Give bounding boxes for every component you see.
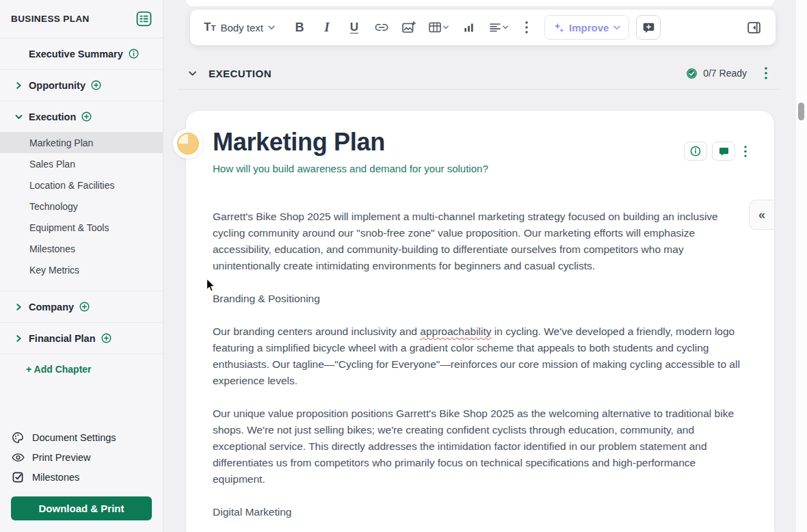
sidebar-item-location-facilities[interactable]: Location & Facilities [0,174,163,196]
add-comment-button[interactable] [636,15,661,40]
chevron-down-icon[interactable] [15,113,23,120]
add-section-icon[interactable] [91,80,101,90]
sidebar-item-financial-plan[interactable]: Financial Plan [0,322,163,354]
section-info-button[interactable] [684,142,707,161]
improve-label: Improve [569,22,609,34]
sidebar-item-key-metrics[interactable]: Key Metrics [0,259,163,280]
align-left-icon [490,23,501,32]
sidebar-item-label: Company [29,302,74,312]
sidebar: BUSINESS PLAN Executive Summary Opportun… [0,0,163,532]
kebab-menu-icon [765,67,767,79]
sidebar-item-execution[interactable]: Execution [0,101,163,132]
collapse-editor-panel-button[interactable] [741,15,766,40]
body-heading: Branding & Positioning [213,291,745,307]
body-heading: Digital Marketing [213,504,745,520]
sidebar-item-label: Opportunity [29,80,85,91]
milestones-link[interactable]: Milestones [11,467,152,487]
chevron-down-icon [443,25,449,29]
ready-check-icon [686,68,698,79]
section-menu-button[interactable] [765,67,767,79]
body-paragraph: Garrett's Bike Shop 2025 will implement … [213,209,745,274]
body-paragraph: Our branding centers around inclusivity … [213,323,745,389]
add-section-icon[interactable] [101,333,111,343]
body-paragraph: Our unique value proposition positions G… [213,405,745,488]
text-style-value: Body text [220,22,263,34]
bar-chart-icon [464,23,474,32]
insert-chart-button[interactable] [455,15,483,40]
page-title: Marketing Plan [213,127,747,157]
download-print-button[interactable]: Download & Print [11,496,152,520]
milestones-label: Milestones [32,472,79,483]
add-section-icon[interactable] [81,111,92,122]
outline-toggle-icon[interactable] [136,11,152,27]
insert-image-button[interactable] [395,15,423,40]
double-chevron-left-icon: « [758,208,765,222]
chevron-down-icon [503,25,508,29]
paragraph-text: Our branding centers around inclusivity … [213,325,420,337]
sidebar-header: BUSINESS PLAN [0,0,163,38]
chevron-right-icon[interactable] [15,303,23,310]
previous-card-bottom-edge [186,0,774,6]
underline-button[interactable]: U [341,15,368,40]
card-actions [684,142,747,161]
sidebar-item-executive-summary[interactable]: Executive Summary [0,38,163,69]
info-circle-icon[interactable] [129,49,139,59]
eye-icon [11,453,25,462]
sidebar-footer: Document Settings Print Preview Mileston… [0,421,163,532]
link-icon [375,23,388,31]
link-button[interactable] [368,15,395,40]
insert-table-button[interactable] [423,15,455,40]
add-section-icon[interactable] [79,302,90,312]
print-preview-label: Print Preview [32,452,90,463]
text-size-icon: TT [204,21,215,34]
print-preview-link[interactable]: Print Preview [11,447,152,467]
sidebar-item-technology[interactable]: Technology [0,196,163,217]
section-title: EXECUTION [209,68,272,79]
chevron-right-icon[interactable] [15,334,23,342]
sidebar-item-label: Executive Summary [29,49,123,59]
sidebar-item-sales-plan[interactable]: Sales Plan [0,153,163,174]
text-style-dropdown[interactable]: TT Body text [200,15,279,40]
document-settings-label: Document Settings [32,432,116,443]
section-options-button[interactable] [744,146,747,157]
add-chapter-button[interactable]: + Add Chapter [0,354,163,384]
misspelled-word: approachability [420,325,491,337]
execution-subsections: Marketing Plan Sales Plan Location & Fac… [0,132,163,291]
execution-section-header: EXECUTION 0/7 Ready [178,57,780,90]
chevron-right-icon[interactable] [15,81,23,89]
image-plus-icon [402,21,416,34]
sidebar-item-label: Execution [29,111,76,122]
improve-button[interactable]: Improve [544,15,629,40]
sidebar-item-marketing-plan[interactable]: Marketing Plan [0,132,163,153]
ready-status-badge: 0/7 Ready [703,68,747,79]
comment-plus-icon [642,21,655,34]
chevron-down-icon [268,25,275,30]
sidebar-item-opportunity[interactable]: Opportunity [0,69,163,101]
checkbox-check-icon [11,471,25,483]
bold-button[interactable]: B [286,15,313,40]
more-options-button[interactable] [516,15,538,40]
editor-toolbar: TT Body text B I U Improve [190,10,776,45]
section-comments-button[interactable] [712,142,735,161]
collapse-section-icon[interactable] [188,69,197,78]
sidebar-item-label: Financial Plan [29,333,96,344]
section-prompt: How will you build awareness and demand … [213,163,747,174]
marketing-plan-card: Marketing Plan How will you build awaren… [186,111,774,532]
palette-icon [11,431,25,444]
kebab-menu-icon [525,21,528,34]
sidebar-item-equipment-tools[interactable]: Equipment & Tools [0,217,163,238]
card-header: Marketing Plan How will you build awaren… [186,111,774,174]
document-settings-link[interactable]: Document Settings [11,427,152,447]
editor-content[interactable]: Garrett's Bike Shop 2025 will implement … [186,209,774,520]
panel-collapse-icon [747,21,761,35]
align-dropdown[interactable] [483,15,516,40]
info-circle-icon [690,146,701,157]
scrollbar-track[interactable] [796,0,807,532]
chevron-down-icon [613,25,620,30]
sidebar-item-company[interactable]: Company [0,291,163,322]
expand-side-panel-button[interactable]: « [749,200,774,230]
sidebar-item-milestones[interactable]: Milestones [0,238,163,259]
scrollbar-thumb[interactable] [798,103,804,120]
comment-icon [719,146,729,157]
italic-button[interactable]: I [313,15,341,40]
